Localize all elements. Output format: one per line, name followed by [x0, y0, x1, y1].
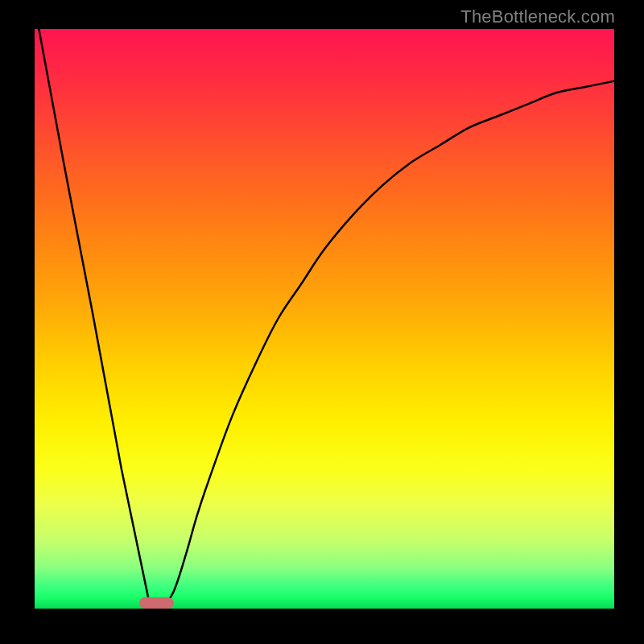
curve-svg [35, 29, 614, 609]
plot-area [35, 29, 614, 609]
watermark-text: TheBottleneck.com [460, 6, 615, 27]
curve-right-branch [162, 81, 614, 609]
chart-frame: TheBottleneck.com [0, 0, 644, 644]
curve-left-branch [35, 29, 162, 609]
bottleneck-marker [139, 597, 174, 609]
